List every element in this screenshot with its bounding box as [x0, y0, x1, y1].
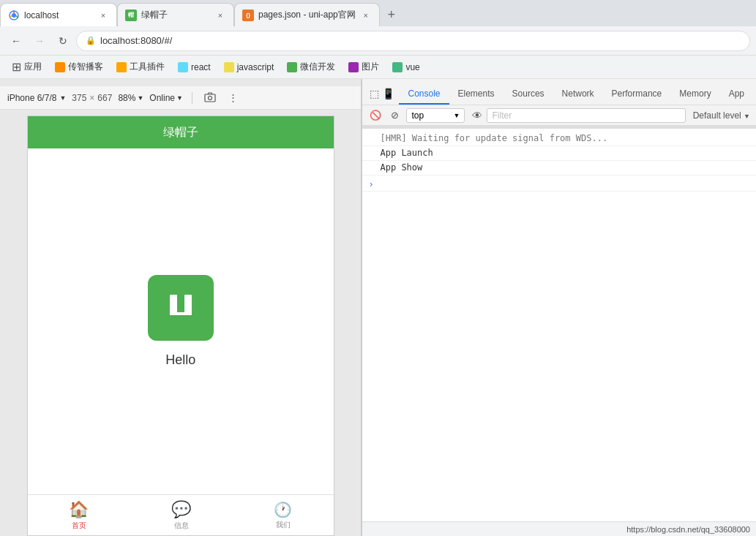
- online-selector[interactable]: Online ▼: [149, 93, 183, 103]
- device-toolbar: iPhone 6/7/8 ▼ 375 × 667 88% ▼ Online ▼: [0, 86, 361, 110]
- dt-tab-memory[interactable]: Memory: [670, 84, 719, 105]
- tab-close-lvmaozi[interactable]: ×: [214, 10, 226, 21]
- tab-lvmaozi[interactable]: 帽 绿帽子 ×: [117, 3, 234, 26]
- dt-tab-sources[interactable]: Sources: [504, 84, 553, 105]
- nav-bar: ← → ↻ 🔒 localhost:8080/#/: [0, 26, 756, 56]
- bookmark-label-vue: vue: [405, 62, 419, 72]
- devtools-panel: ⬚ 📱 Console Elements Sources Network Per…: [362, 79, 756, 536]
- tab-close-pages[interactable]: ×: [360, 10, 372, 21]
- capture-screenshot-button[interactable]: [201, 89, 219, 107]
- bookmark-chuanzhiboke[interactable]: 传智播客: [49, 58, 109, 75]
- phone-app-logo: [148, 275, 214, 341]
- console-message-launch: App Launch: [362, 146, 756, 161]
- dt-tab-console-label: Console: [408, 88, 440, 99]
- dt-tab-app-label: App: [729, 88, 744, 99]
- dt-tab-console[interactable]: Console: [399, 84, 449, 105]
- phone-hello-text: Hello: [165, 352, 195, 368]
- console-filter-input[interactable]: Filter: [487, 108, 685, 123]
- bookmark-icon-vue: [392, 62, 403, 72]
- forward-button[interactable]: →: [29, 31, 50, 51]
- refresh-button[interactable]: ↻: [53, 31, 73, 51]
- message-icon: 💬: [171, 500, 191, 519]
- devtools-tab-strip: ⬚ 📱 Console Elements Sources Network Per…: [362, 79, 756, 105]
- bookmark-wechat[interactable]: 微信开发: [281, 58, 341, 75]
- bookmark-icon-react: [178, 62, 188, 72]
- tab-title-localhost: localhost: [24, 10, 93, 20]
- console-filter-icon[interactable]: ⊘: [387, 108, 402, 123]
- phone-logo-container: Hello: [148, 275, 214, 368]
- status-bar: https://blog.csdn.net/qq_33608000: [362, 521, 756, 536]
- tab-localhost[interactable]: localhost ×: [0, 3, 117, 26]
- bookmark-apps[interactable]: ⊞ 应用: [6, 58, 48, 76]
- devtools-device-icon[interactable]: 📱: [382, 88, 394, 99]
- zoom-selector[interactable]: 88% ▼: [118, 93, 143, 103]
- tab-title-lvmaozi: 绿帽子: [141, 9, 210, 21]
- back-button[interactable]: ←: [6, 31, 26, 51]
- app-logo-svg: [159, 286, 203, 330]
- phone-footer: 🏠 首页 💬 信息 🕐 我们: [28, 494, 334, 535]
- toolbar-separator: [192, 92, 192, 104]
- dt-tab-app[interactable]: App: [720, 84, 753, 105]
- bookmark-javascript[interactable]: javascript: [218, 60, 280, 75]
- svg-rect-8: [170, 295, 177, 315]
- phone-footer-tab-mine[interactable]: 🕐 我们: [274, 501, 292, 530]
- tab-favicon-localhost: [8, 10, 20, 21]
- bookmark-label-wechat: 微信开发: [300, 61, 335, 73]
- bookmark-label-images: 图片: [362, 61, 379, 73]
- console-prompt-chevron: ›: [368, 179, 377, 189]
- message-label: 信息: [174, 521, 189, 531]
- bookmark-tools[interactable]: 工具插件: [111, 58, 171, 75]
- devtools-inspect-icon[interactable]: ⬚: [370, 88, 379, 99]
- dt-tab-performance-label: Performance: [612, 88, 662, 99]
- main-area: iPhone 6/7/8 ▼ 375 × 667 88% ▼ Online ▼: [0, 79, 756, 536]
- svg-point-6: [208, 96, 212, 99]
- bookmark-react[interactable]: react: [172, 60, 217, 75]
- bookmark-images[interactable]: 图片: [343, 58, 385, 75]
- device-dropdown-icon: ▼: [59, 94, 66, 102]
- eye-icon[interactable]: 👁: [472, 110, 482, 121]
- clear-console-button[interactable]: 🚫: [368, 108, 383, 123]
- dt-tab-sources-label: Sources: [512, 88, 544, 99]
- tab-close-localhost[interactable]: ×: [97, 10, 109, 21]
- bookmark-bar: ⊞ 应用 传智播客 工具插件 react javascript 微信开发 图片: [0, 56, 756, 79]
- bookmark-vue[interactable]: vue: [386, 60, 425, 75]
- device-selector[interactable]: iPhone 6/7/8 ▼: [7, 93, 66, 103]
- svg-rect-9: [184, 295, 192, 315]
- dt-tab-performance[interactable]: Performance: [603, 84, 671, 105]
- dt-tab-network-label: Network: [562, 88, 594, 99]
- svg-rect-7: [162, 290, 199, 326]
- more-options-button[interactable]: ⋮: [225, 89, 242, 107]
- address-bar[interactable]: 🔒 localhost:8080/#/: [76, 31, 750, 51]
- filter-placeholder: Filter: [492, 110, 512, 121]
- console-message-launch-text: App Launch: [380, 148, 750, 158]
- device-height: 667: [97, 93, 112, 103]
- dt-tab-network[interactable]: Network: [553, 84, 603, 105]
- log-level-selector[interactable]: Default level ▼: [693, 110, 750, 121]
- log-level-label: Default level: [693, 110, 741, 121]
- bookmark-icon-chuanzhiboke: [55, 62, 65, 72]
- dt-tab-elements-label: Elements: [458, 88, 495, 99]
- apps-grid-icon: ⊞: [12, 60, 21, 74]
- tab-pages[interactable]: {} pages.json - uni-app官网 ×: [234, 3, 380, 26]
- svg-rect-5: [205, 94, 215, 102]
- dt-tab-elements[interactable]: Elements: [449, 84, 504, 105]
- online-dropdown-icon: ▼: [176, 94, 183, 102]
- phone-frame: 绿帽子 Hello: [27, 116, 334, 536]
- context-selector[interactable]: top ▼: [406, 108, 465, 123]
- tab-favicon-pages: {}: [242, 10, 254, 21]
- devtools-toolbar: 🚫 ⊘ top ▼ 👁 Filter Default level ▼: [362, 105, 756, 126]
- dt-tab-memory-label: Memory: [679, 88, 711, 99]
- svg-point-1: [12, 13, 16, 18]
- log-level-arrow: ▼: [744, 113, 750, 120]
- phone-footer-tab-message[interactable]: 💬 信息: [171, 500, 191, 531]
- new-tab-button[interactable]: +: [380, 3, 403, 26]
- zoom-value: 88%: [118, 93, 135, 103]
- address-lock-icon: 🔒: [86, 36, 96, 45]
- tab-title-pages: pages.json - uni-app官网: [258, 9, 356, 21]
- console-prompt-line[interactable]: ›: [362, 175, 756, 192]
- console-message-show: App Show: [362, 161, 756, 175]
- mine-label: 我们: [276, 520, 291, 530]
- phone-footer-tab-home[interactable]: 🏠 首页: [69, 500, 89, 531]
- tab-bar: localhost × 帽 绿帽子 × {} pages.json - uni-…: [0, 0, 756, 26]
- home-icon: 🏠: [69, 500, 89, 519]
